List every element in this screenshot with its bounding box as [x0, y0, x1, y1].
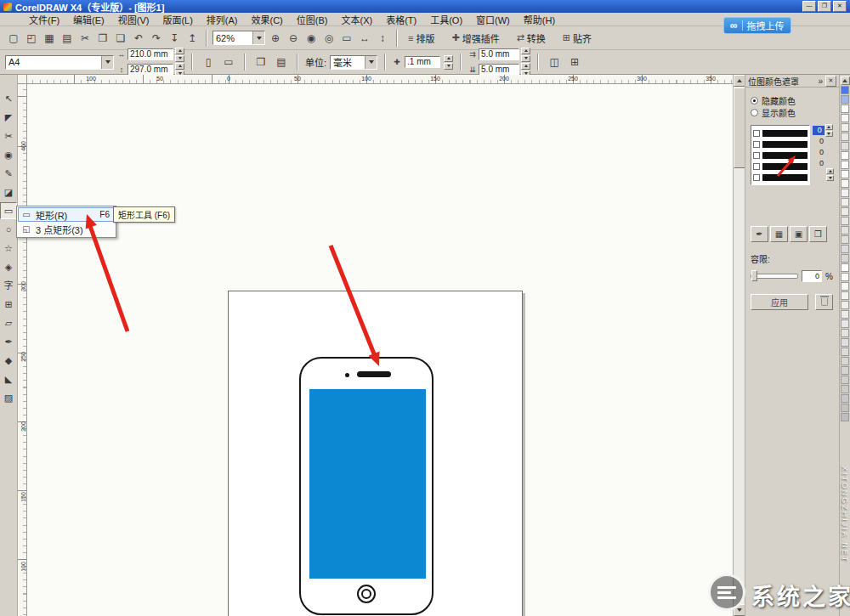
zoom-tool[interactable]: ◉ [0, 146, 17, 163]
mask-list-spinner[interactable] [826, 168, 834, 181]
mask-checkbox[interactable] [753, 130, 760, 137]
blend-tool[interactable]: ▱ [0, 314, 17, 331]
interactive-fill-tool[interactable]: ▨ [0, 389, 17, 406]
paper-size-combo[interactable]: A4 [5, 55, 114, 70]
palette-color[interactable] [841, 348, 849, 356]
palette-color[interactable] [841, 217, 849, 225]
flyout-menu-item[interactable]: ◱ 3 点矩形(3) [18, 222, 115, 236]
toolbar-labeled-button[interactable]: ⇄ 转换 [512, 30, 551, 47]
mask-selected-value[interactable]: 0 [813, 126, 824, 135]
palette-color[interactable] [841, 105, 849, 113]
palette-color[interactable] [841, 357, 849, 365]
mask-color-row[interactable] [753, 138, 808, 150]
vertical-scrollbar[interactable] [733, 75, 745, 616]
palette-color[interactable] [841, 179, 849, 188]
palette-color[interactable] [841, 142, 849, 150]
mask-save-icon[interactable]: ▣ [790, 226, 808, 242]
ellipse-tool[interactable]: ○ [0, 221, 17, 238]
chevron-down-icon[interactable] [365, 56, 377, 69]
pick-tool[interactable]: ↖ [0, 90, 17, 107]
shape-tool[interactable]: ◤ [0, 109, 17, 126]
toolbar-labeled-button[interactable]: ⊞ 贴齐 [558, 30, 597, 47]
toolbar-labeled-button[interactable]: ✚ 增强插件 [446, 30, 504, 47]
color-mask-radio[interactable]: 隐藏颜色 [751, 94, 834, 106]
copy-icon[interactable]: ❐ [94, 30, 111, 47]
table-tool[interactable]: ⊞ [0, 296, 17, 313]
mask-color-row[interactable] [753, 150, 808, 161]
palette-color[interactable] [841, 282, 849, 291]
scroll-up-icon[interactable] [734, 75, 745, 87]
grid-option-button[interactable]: ⊞ [566, 54, 583, 71]
menu-item[interactable]: 文本(X) [334, 12, 379, 27]
mask-swatch-icon[interactable]: ▦ [770, 226, 788, 242]
phone-screen-rectangle[interactable] [309, 389, 426, 579]
polygon-tool[interactable]: ☆ [0, 240, 17, 257]
tolerance-slider-thumb[interactable] [751, 270, 757, 281]
palette-color[interactable] [841, 189, 849, 197]
menu-item[interactable]: 编辑(E) [66, 12, 111, 27]
zoom-level-combo[interactable]: 62% [212, 31, 265, 45]
canvas[interactable] [27, 84, 733, 616]
open-icon[interactable]: ◰ [23, 30, 40, 47]
palette-color[interactable] [841, 394, 849, 403]
freehand-tool[interactable]: ✎ [0, 165, 17, 182]
palette-color[interactable] [841, 385, 849, 393]
menu-item[interactable]: 窗口(W) [469, 12, 517, 27]
zoom-page-icon[interactable]: ▭ [338, 30, 355, 47]
palette-color[interactable] [841, 114, 849, 122]
import-icon[interactable]: ↧ [166, 30, 183, 47]
vertical-ruler[interactable]: 400 350 300 250 200 150 100 [18, 84, 27, 616]
zoom-all-icon[interactable]: ◎ [320, 30, 337, 47]
docker-collapse-icon[interactable]: » [818, 76, 823, 86]
paper-width-field[interactable]: 210.0 mm [128, 48, 173, 60]
redo-icon[interactable]: ↷ [148, 30, 165, 47]
export-icon[interactable]: ↥ [184, 30, 201, 47]
paper-height-field[interactable]: 297.0 mm [128, 64, 173, 76]
duplicate-x-field[interactable]: 5.0 mm [479, 48, 519, 60]
duplicate-x-stepper[interactable] [521, 48, 530, 62]
palette-color[interactable] [841, 226, 849, 235]
minimize-button[interactable]: — [802, 1, 816, 12]
zoom-height-icon[interactable]: ↕ [374, 30, 391, 47]
palette-color[interactable] [841, 319, 849, 328]
palette-color[interactable] [841, 133, 849, 141]
palette-color[interactable] [841, 366, 849, 375]
nudge-field[interactable]: .1 mm [405, 56, 440, 68]
palette-color[interactable] [841, 404, 849, 412]
all-pages-button[interactable]: ❐ [252, 54, 269, 71]
mask-color-row[interactable] [753, 172, 808, 183]
mask-color-row[interactable] [753, 161, 808, 172]
menu-item[interactable]: 位图(B) [290, 12, 335, 27]
palette-color[interactable] [841, 338, 849, 347]
docker-close-icon[interactable]: ✕ [825, 76, 836, 87]
palette-color[interactable] [841, 207, 849, 216]
mask-eyedropper-icon[interactable]: ✒ [751, 226, 768, 242]
palette-color[interactable] [841, 329, 849, 337]
phone-camera-dot[interactable] [345, 373, 349, 377]
palette-color[interactable] [841, 151, 849, 160]
print-icon[interactable]: ▤ [59, 30, 76, 47]
menu-item[interactable]: 版面(L) [156, 12, 199, 27]
portrait-button[interactable]: ▯ [200, 54, 217, 71]
palette-color[interactable] [841, 413, 849, 421]
rectangle-tool[interactable]: ▭ [0, 202, 17, 219]
scrollbar-thumb[interactable] [734, 88, 745, 168]
mask-checkbox[interactable] [753, 174, 760, 181]
toolbar-labeled-button[interactable]: ≡ 排版 [403, 30, 439, 47]
color-mask-radio[interactable]: 显示颜色 [751, 106, 834, 118]
menu-item[interactable]: 帮助(H) [517, 12, 562, 27]
mask-checkbox[interactable] [753, 141, 760, 148]
new-document-icon[interactable]: ▢ [5, 30, 22, 47]
duplicate-y-field[interactable]: 5.0 mm [479, 64, 519, 76]
palette-color[interactable] [841, 235, 849, 244]
mask-value-stepper[interactable] [825, 124, 833, 137]
drag-upload-button[interactable]: ∞ 拖拽上传 [723, 17, 791, 34]
outline-tool[interactable]: ◆ [0, 352, 17, 369]
zoom-width-icon[interactable]: ↔ [356, 30, 373, 47]
apply-button[interactable]: 应用 [751, 294, 808, 310]
paper-width-stepper[interactable] [175, 48, 184, 62]
palette-color[interactable] [841, 273, 849, 281]
palette-color[interactable] [841, 301, 849, 309]
cut-icon[interactable]: ✂ [76, 30, 94, 47]
crop-tool[interactable]: ✂ [0, 127, 17, 144]
